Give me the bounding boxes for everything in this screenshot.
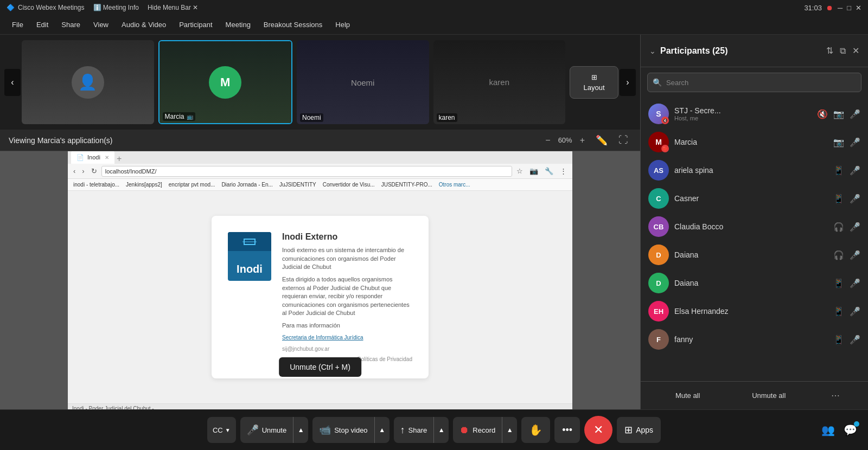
- layout-btn[interactable]: ⊞ Layout: [570, 66, 618, 99]
- chat-icon-btn[interactable]: 💬: [844, 423, 857, 436]
- stop-video-main-btn[interactable]: 📹 Stop video: [312, 417, 374, 443]
- title-bar-right: 31:03 ⏺ ─ □ ✕: [804, 4, 861, 12]
- marcia-pname: Marcia: [674, 138, 828, 146]
- bookmark-3[interactable]: encriptar pvt mod...: [167, 182, 218, 188]
- bookmark-6[interactable]: Convertidor de Visu...: [321, 182, 377, 188]
- record-arrow-btn[interactable]: ▲: [502, 417, 517, 443]
- daiana2-initials: D: [656, 279, 661, 287]
- menu-audio-video[interactable]: Audio & Video: [116, 18, 171, 31]
- daiana2-pname: Daiana: [674, 279, 828, 287]
- casner-pname: Casner: [674, 194, 828, 203]
- end-call-btn[interactable]: ✕: [584, 416, 612, 444]
- browser-nav: ‹ › ↻ ☆ 📷 🔧 ⋮: [68, 164, 572, 179]
- participant-row-fanny: F fanny 📱 🎤: [641, 325, 868, 353]
- stop-video-arrow-btn[interactable]: ▲: [374, 417, 390, 443]
- bookmark-5[interactable]: JuJSIDENTITY: [277, 182, 318, 188]
- participant-name-daiana2: Daiana: [674, 279, 828, 287]
- participant-row-daiana1: D Daiana 🎧 🎤: [641, 241, 868, 269]
- menu-edit[interactable]: Edit: [31, 18, 54, 31]
- marcia-mic-icon: 🎤: [850, 137, 860, 147]
- extension-btn[interactable]: 🔧: [542, 166, 556, 176]
- participant-name-elsa: Elsa Hernandez: [674, 307, 828, 316]
- panel-more-btn[interactable]: ⋯: [831, 390, 840, 401]
- participants-icon-btn[interactable]: 👥: [821, 423, 835, 436]
- collapse-icon[interactable]: ⌄: [649, 47, 656, 55]
- mute-all-btn[interactable]: Mute all: [669, 388, 707, 403]
- bookmark-2[interactable]: Jenkins[apps2]: [124, 182, 164, 188]
- hide-menu-btn[interactable]: Hide Menu Bar ✕: [148, 4, 198, 11]
- record-main-btn[interactable]: ⏺ Record: [453, 417, 502, 443]
- unmute-arrow-btn[interactable]: ▲: [293, 417, 308, 443]
- menu-share[interactable]: Share: [56, 18, 86, 31]
- fullscreen-btn[interactable]: ⛶: [615, 133, 631, 147]
- nav-next-btn[interactable]: ›: [620, 69, 636, 96]
- unmute-all-btn[interactable]: Unmute all: [745, 388, 792, 403]
- inodi-title: Inodi Externo: [282, 232, 412, 242]
- bookmark-btn[interactable]: ☆: [514, 166, 525, 176]
- url-bar[interactable]: [101, 166, 512, 177]
- daiana1-initials: D: [656, 251, 661, 259]
- captions-btn[interactable]: CC ▼: [207, 417, 236, 443]
- bookmark-4[interactable]: Diario Jornada - En...: [219, 182, 275, 188]
- participant-row-claudia: CB Claudia Bocco 🎧 🎤: [641, 213, 868, 241]
- new-tab-btn[interactable]: +: [117, 154, 122, 164]
- zoom-out-btn[interactable]: −: [542, 134, 553, 146]
- menu-view[interactable]: View: [88, 18, 114, 31]
- bookmark-1[interactable]: inodi - teletrabajo...: [71, 182, 122, 188]
- menu-btn[interactable]: ⋮: [558, 166, 569, 176]
- menu-breakout[interactable]: Breakout Sessions: [258, 18, 328, 31]
- daiana1-headset-icon: 🎧: [833, 250, 844, 260]
- inodi-card: Inodi Inodi Externo Inodi externo es un …: [212, 216, 429, 378]
- panel-title: Participants (25): [660, 46, 822, 56]
- hide-menu-label: Hide Menu Bar: [148, 4, 191, 11]
- unmute-label: Unmute: [262, 426, 287, 434]
- bookmark-7[interactable]: JUSDENTITY-PRO...: [379, 182, 435, 188]
- annotate-btn[interactable]: ✏️: [592, 133, 611, 147]
- captions-arrow[interactable]: ▼: [225, 427, 231, 433]
- meeting-info-btn[interactable]: ℹ️ Meeting Info: [93, 4, 139, 11]
- stj-camera-icon: 📷: [833, 109, 844, 119]
- casner-phone-icon: 📱: [833, 194, 844, 204]
- menu-participant[interactable]: Participant: [174, 18, 218, 31]
- share-main-btn[interactable]: ↑ Share: [394, 417, 434, 443]
- more-btn[interactable]: •••: [554, 417, 580, 443]
- browser-active-tab[interactable]: 📄 Inodi ✕: [71, 151, 114, 164]
- menu-file[interactable]: File: [7, 18, 29, 31]
- window-close[interactable]: ✕: [856, 4, 861, 12]
- browser-bookmarks: inodi - teletrabajo... Jenkins[apps2] en…: [68, 179, 572, 191]
- menu-meeting[interactable]: Meeting: [220, 18, 256, 31]
- video-thumb-noemi: Noemi Noemi: [297, 40, 429, 124]
- nav-prev-btn[interactable]: ‹: [4, 69, 21, 96]
- window-maximize[interactable]: □: [847, 4, 851, 12]
- browser-statusbar: Inodi - Poder Judicial del Chubut - ...: [68, 403, 572, 409]
- participant-avatar-stj: S 🔇: [648, 104, 669, 124]
- layout-icon: ⊞: [591, 73, 597, 81]
- participant-name-claudia: Claudia Bocco: [674, 222, 828, 231]
- screenshot-btn[interactable]: 📷: [527, 166, 540, 176]
- tab-close[interactable]: ✕: [105, 155, 109, 160]
- pop-out-btn[interactable]: ⧉: [840, 46, 846, 56]
- menu-help[interactable]: Help: [330, 18, 355, 31]
- apps-btn[interactable]: ⊞ Apps: [617, 417, 661, 443]
- main-content: ‹ 👤 M Marcia 📺 Noemi: [0, 35, 868, 409]
- zoom-in-btn[interactable]: +: [577, 134, 588, 146]
- reactions-btn[interactable]: ✋: [521, 417, 550, 443]
- refresh-btn[interactable]: ↻: [89, 166, 99, 176]
- forward-btn[interactable]: ›: [80, 166, 86, 176]
- app-name: Cisco Webex Meetings: [18, 4, 85, 11]
- panel-close-btn[interactable]: ✕: [852, 46, 859, 56]
- search-input[interactable]: [647, 73, 861, 92]
- window-minimize[interactable]: ─: [838, 4, 843, 12]
- noemi-label: Noemi: [300, 113, 323, 122]
- participant-row-ariela: AS ariela spina 📱 🎤: [641, 156, 868, 184]
- back-btn[interactable]: ‹: [71, 166, 78, 176]
- inodi-link[interactable]: Secretaria de Informática Jurídica: [282, 335, 412, 340]
- share-arrow-btn[interactable]: ▲: [433, 417, 449, 443]
- claudia-mic-icon: 🎤: [850, 222, 860, 232]
- unmute-tooltip: Unmute (Ctrl + M): [279, 357, 361, 377]
- karen-label: karen: [437, 113, 457, 122]
- participants-list: S 🔇 STJ - Secre... Host, me 🔇 📷 🎤 M 🔴: [641, 98, 868, 381]
- bookmark-other[interactable]: Otros marc...: [437, 182, 473, 188]
- sort-btn[interactable]: ⇅: [826, 46, 833, 56]
- unmute-main-btn[interactable]: 🎤 Unmute: [240, 417, 293, 443]
